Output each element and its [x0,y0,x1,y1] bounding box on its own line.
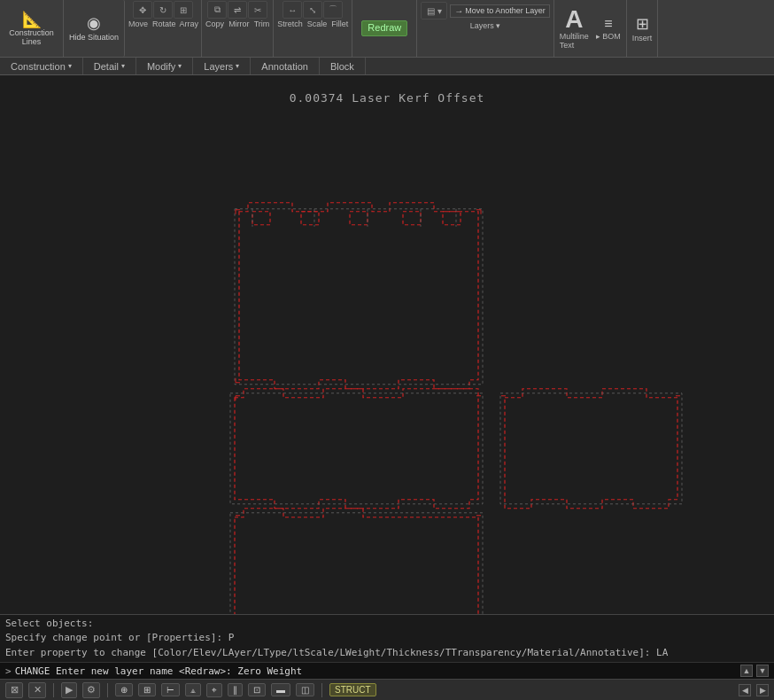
stretch-label: Stretch [275,19,305,28]
scroll-down-button[interactable]: ▼ [756,665,769,677]
svg-rect-0 [252,212,270,225]
status-lineweight-btn[interactable]: ▬ [271,683,290,696]
status-separator-2 [107,683,108,697]
layers-section: ▤ ▾ → Move to Another Layer Layers ▾ [417,0,554,57]
move-label: Move [127,19,150,28]
tab-block[interactable]: Block [320,58,366,74]
insert-section: ⊞ Insert [627,0,659,57]
insert-icon: ⊞ [636,14,649,34]
layers-section-label: Layers ▾ [470,21,501,30]
tab-annotation[interactable]: Annotation [251,58,320,74]
tab-detail-chevron: ▾ [121,62,125,70]
tab-construction-label: Construction [11,61,66,72]
construction-lines-button[interactable]: 📐 Construction Lines [0,0,64,57]
multiline-text-label: MultilineText [560,32,589,50]
command-output: Select objects: Specify change point or … [0,615,774,663]
status-command-input[interactable]: ▶ [61,682,77,698]
array-button[interactable]: ⊞ [174,1,193,19]
command-area: Select objects: Specify change point or … [0,614,774,680]
main-toolbar: 📐 Construction Lines ◉ Hide Situation ✥ … [0,0,774,58]
fillet-button[interactable]: ⌒ [323,1,343,19]
command-line-3-text: Enter property to change [Color/Elev/LAy… [5,647,668,658]
status-transparency-btn[interactable]: ◫ [296,683,314,696]
transform-section: ✥ ↻ ⊞ Move Rotate Array [125,0,202,57]
status-polar-btn[interactable]: ⟁ [185,683,201,696]
fillet-label: Fillet [329,19,350,28]
move-button[interactable]: ✥ [133,1,152,19]
array-label: Array [179,19,200,28]
canvas-area[interactable]: 0.00374 Laser Kerf Offset [0,75,774,614]
copy-button[interactable]: ⧉ [207,1,227,19]
bom-icon: ≡ [604,16,612,32]
status-dynamic-btn[interactable]: ⊡ [248,683,266,696]
rotate-button[interactable]: ↻ [153,1,173,19]
status-grid-btn2[interactable]: ⊞ [138,683,156,696]
command-line-2-text: Specify change point or [Properties]: P [5,632,234,643]
hide-icon: ◉ [87,14,101,34]
annotation-section: A MultilineText ≡ ▸ BOM [554,0,627,57]
construction-lines-label: Construction Lines [7,29,56,47]
insert-label: Insert [632,34,653,43]
tab-detail-label: Detail [94,61,119,72]
command-input-row: > ▲ ▼ [0,662,774,679]
status-osnap-btn[interactable]: ⌖ [206,683,222,697]
tab-construction[interactable]: Construction ▾ [0,58,83,74]
command-line-2: Specify change point or [Properties]: P [5,631,769,646]
status-settings-btn[interactable]: ⚙ [82,682,100,698]
move-to-layer-label: Move to Another Layer [465,6,546,15]
status-snap-btn[interactable]: ⊕ [115,683,133,696]
bom-label: ▸ BOM [596,32,621,41]
scale-button[interactable]: ⤡ [303,1,322,19]
tab-construction-chevron: ▾ [68,62,72,70]
status-ortho-btn[interactable]: ⊢ [161,683,180,696]
drawing-canvas [0,75,774,614]
modify-section: ↔ ⤡ ⌒ Stretch Scale Fillet [274,0,352,57]
svg-rect-1 [301,212,319,225]
redraw-section: Redraw [352,0,417,57]
move-layer-icon: → [454,6,463,16]
redraw-button[interactable]: Redraw [358,19,411,37]
tab-modify[interactable]: Modify ▾ [136,58,193,74]
tab-modify-chevron: ▾ [178,62,182,70]
ruler-icon: 📐 [22,10,42,29]
status-bar: ⊠ ✕ ▶ ⚙ ⊕ ⊞ ⊢ ⟁ ⌖ ∥ ⊡ ▬ ◫ STRUCT ◀ ▶ [0,679,774,700]
copy-label: Copy [204,19,226,28]
mirror-button[interactable]: ⇌ [228,1,247,19]
redraw-label: Redraw [361,20,407,35]
stretch-button[interactable]: ↔ [283,1,302,19]
layers-dropdown-button[interactable]: ▤ ▾ [421,2,447,19]
command-prompt: > [5,665,12,677]
tab-layers-chevron: ▾ [236,62,239,70]
status-scroll-right[interactable]: ▶ [756,684,769,696]
struct-button[interactable]: STRUCT [329,683,376,696]
svg-rect-3 [403,212,421,225]
move-to-layer-button[interactable]: → Move to Another Layer [450,4,550,18]
status-separator-3 [321,683,322,697]
command-input-field[interactable] [15,665,737,677]
status-close-button[interactable]: ✕ [28,682,46,698]
bom-button[interactable]: ≡ ▸ BOM [596,16,621,41]
command-line-1: Select objects: [5,617,769,632]
status-grid-button[interactable]: ⊠ [5,682,23,698]
command-line-1-text: Select objects: [5,618,93,629]
tab-layers-label: Layers [204,61,233,72]
trim-label: Trim [252,19,272,28]
status-scroll-left[interactable]: ◀ [739,684,751,696]
status-otrack-btn[interactable]: ∥ [228,683,243,696]
tab-block-label: Block [330,61,354,72]
command-line-3: Enter property to change [Color/Elev/LAy… [5,646,769,661]
scale-label: Scale [306,19,329,28]
tab-layers[interactable]: Layers ▾ [193,58,251,74]
scroll-up-button[interactable]: ▲ [740,665,753,677]
hide-situation-button[interactable]: ◉ Hide Situation [64,0,125,57]
tab-detail[interactable]: Detail ▾ [83,58,136,74]
status-separator-1 [53,683,54,697]
tab-annotation-label: Annotation [261,61,308,72]
insert-button[interactable]: ⊞ Insert [632,14,653,43]
trim-button[interactable]: ✂ [248,1,267,19]
mirror-label: Mirror [227,19,252,28]
svg-rect-2 [350,212,368,225]
tab-modify-label: Modify [147,61,175,72]
multiline-text-icon: A [565,7,583,32]
multiline-text-button[interactable]: A MultilineText [560,7,589,50]
